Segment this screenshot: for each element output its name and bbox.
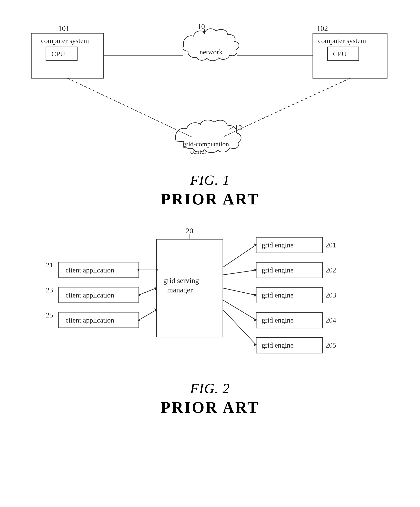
computer-system-101-label: computer system xyxy=(41,37,89,45)
arrow-to-205 xyxy=(223,310,256,345)
label-101: 101 xyxy=(58,24,70,32)
grid-center-label1: grid-computation xyxy=(183,141,229,148)
grid-center-label2: center xyxy=(190,148,207,155)
engine-205-text: grid engine xyxy=(262,341,294,349)
label-205: 205 xyxy=(326,341,336,349)
label-203: 203 xyxy=(326,291,336,299)
client-25-text: client application xyxy=(65,316,114,324)
label-20: 20 xyxy=(186,227,193,235)
engine-202-text: grid engine xyxy=(262,266,294,274)
arrow-25-right xyxy=(139,310,156,320)
label-204: 204 xyxy=(326,316,336,324)
label-25: 25 xyxy=(46,311,53,319)
arrow-to-202 xyxy=(223,270,256,275)
manager-text1: grid serving xyxy=(163,276,199,285)
client-21-text: client application xyxy=(65,266,114,274)
engine-201-text: grid engine xyxy=(262,241,294,249)
dashed-left-to-center xyxy=(67,78,192,137)
fig1-prior-art: PRIOR ART xyxy=(16,190,404,208)
grid-center-cloud xyxy=(175,120,241,153)
network-label: network xyxy=(199,48,223,56)
cpu-102-text: CPU xyxy=(333,50,347,58)
fig2-title: FIG. 2 PRIOR ART xyxy=(16,380,404,417)
engine-203-text: grid engine xyxy=(262,291,294,299)
computer-system-102-label: computer system xyxy=(318,37,366,45)
dashed-right-to-center xyxy=(223,78,350,137)
page: 101 10 102 12 computer system CPU comput… xyxy=(0,0,420,507)
client-23-text: client application xyxy=(65,291,114,299)
arrow-to-201 xyxy=(223,245,256,267)
fig2-prior-art: PRIOR ART xyxy=(16,398,404,417)
arrow-to-204 xyxy=(223,300,256,320)
cpu-101-text: CPU xyxy=(51,50,65,58)
manager-text2: manager xyxy=(167,286,193,294)
label-23: 23 xyxy=(46,286,53,294)
arrow-to-203 xyxy=(223,288,256,295)
label-21: 21 xyxy=(46,261,53,269)
engine-204-text: grid engine xyxy=(262,316,294,324)
label-201: 201 xyxy=(326,241,336,249)
label-10: 10 xyxy=(197,22,205,30)
label-202: 202 xyxy=(326,266,336,274)
fig2-diagram: 20 grid serving manager 21 client applic… xyxy=(16,224,404,384)
fig1-diagram: 101 10 102 12 computer system CPU comput… xyxy=(16,20,404,180)
arrow-23-right xyxy=(139,288,156,295)
label-102: 102 xyxy=(317,24,328,32)
